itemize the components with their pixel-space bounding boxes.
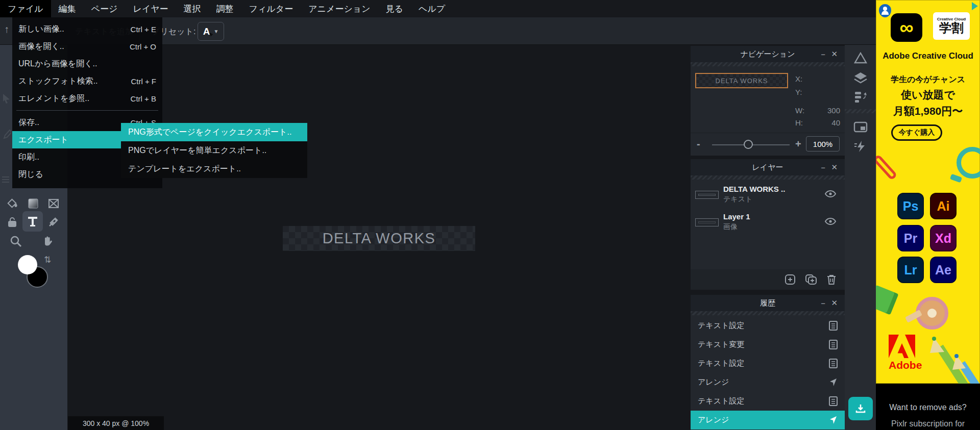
effects-panel-icon[interactable] [845,140,876,153]
submenu-item-export-layers-png[interactable]: PNGでレイヤーを簡単エクスポート.. [121,141,307,160]
layers-panel-icon[interactable] [845,71,876,84]
document-icon [829,359,838,368]
duplicate-layer-icon[interactable] [805,274,817,285]
submenu-item-quick-export-png[interactable]: PNG形式でページをクイックエクスポート.. [121,123,307,141]
layer-type: 画像 [723,222,738,232]
privacy-shield-icon[interactable] [879,4,891,17]
layer-name: DELTA WORKS .. [723,185,785,193]
menu-file[interactable]: ファイル [0,0,51,17]
menu-page[interactable]: ページ [84,0,126,17]
pencils-decoration [876,286,980,384]
ad-brand-text: Adobe Creative Cloud [876,51,980,61]
zoom-level-field[interactable]: 100% [806,136,840,151]
aftereffects-app-icon: Ae [930,257,957,283]
eye-icon[interactable] [824,190,837,198]
history-item[interactable]: テキスト設定 [691,392,845,410]
history-item-active[interactable]: アレンジ [691,411,845,429]
adchoices-icon[interactable] [972,2,978,10]
delete-layer-icon[interactable] [826,274,837,285]
history-panel-icon[interactable] [845,91,876,103]
history-panel: 履歴 − ✕ テキスト設定 テキスト変更 テキスト設定 アレンジ テキスト設定 … [691,295,845,430]
gradient-tool-icon[interactable] [24,195,42,212]
add-layer-icon[interactable] [785,274,796,285]
menu-select[interactable]: 選択 [176,0,209,17]
cursor-icon [829,377,838,387]
pixlr-editor: ファイル 編集 ページ レイヤー 選択 調整 フィルター アニメーション 見る … [0,0,980,430]
menu-item-open-image[interactable]: 画像を開く..Ctrl + O [12,38,162,55]
download-icon [855,403,866,414]
history-item[interactable]: アレンジ [691,373,845,391]
layers-actions-bar [691,269,845,290]
layer-type: テキスト [723,195,752,204]
preview-panel-icon[interactable] [845,121,876,133]
transform-tool-icon[interactable] [45,195,62,212]
eye-icon[interactable] [824,217,837,225]
menu-layer[interactable]: レイヤー [125,0,176,17]
right-icon-strip [845,45,876,430]
minimize-icon[interactable]: − [821,46,825,62]
layer-row-text[interactable]: DELTA WORKS .. テキスト [691,184,845,207]
width-value: W:300 [795,106,840,115]
zoom-out-button[interactable]: - [697,138,700,150]
menu-edit[interactable]: 編集 [51,0,84,17]
menu-item-open-url[interactable]: URLから画像を開く.. [12,55,162,72]
navigation-panel: ナビゲーション − ✕ DELTA WORKS X: Y: W:300 H:40… [691,46,845,156]
navigation-panel-header: ナビゲーション − ✕ [691,46,845,62]
history-item[interactable]: テキスト設定 [691,354,845,372]
hand-tool-icon[interactable] [39,233,56,250]
panel-hatch-divider [691,62,845,66]
document-icon [829,340,838,349]
close-icon[interactable]: ✕ [831,46,838,62]
ad-line1: 学生の今がチャンス [876,74,980,85]
export-submenu: PNG形式でページをクイックエクスポート.. PNGでレイヤーを簡単エクスポート… [121,123,307,178]
brush-tool-icon[interactable] [2,129,11,139]
download-button[interactable] [848,397,873,420]
canvas-text: DELTA WORKS [323,230,436,247]
canvas[interactable]: DELTA WORKS [283,226,475,251]
illustrator-app-icon: Ai [930,193,957,219]
zoom-tool-icon[interactable] [7,233,24,250]
menu-bar: ファイル 編集 ページ レイヤー 選択 調整 フィルター アニメーション 見る … [0,0,876,17]
zoom-slider-thumb[interactable] [744,140,753,149]
magnifier-decoration [957,147,980,179]
navigator-thumb-text: DELTA WORKS [716,77,768,85]
menu-animation[interactable]: アニメーション [301,0,378,17]
layer-row-image[interactable]: Layer 1 画像 [691,211,845,235]
fill-tool-icon[interactable] [4,195,21,212]
eyedropper-tool-icon[interactable] [45,213,62,231]
history-item[interactable]: テキスト変更 [691,335,845,353]
menu-filter[interactable]: フィルター [241,0,301,17]
adobe-ad[interactable]: ∞ Creative Cloud 学割 Adobe Creative Cloud… [876,0,980,384]
layer-thumbnail [695,218,719,226]
cursor-tool-icon[interactable] [2,93,11,104]
up-arrow-icon[interactable]: ↑ [4,23,9,35]
liquify-tool-icon[interactable] [1,175,11,184]
panel-hatch-divider [691,175,845,180]
remove-ads-link[interactable]: Want to remove ads? [876,403,980,412]
menu-help[interactable]: ヘルプ [411,0,453,17]
close-icon[interactable]: ✕ [831,295,838,311]
zoom-slider-track[interactable] [712,144,790,145]
close-icon[interactable]: ✕ [831,159,838,175]
menu-item-stock-search[interactable]: ストックフォト検索..Ctrl + F [12,72,162,90]
lock-tool-icon[interactable] [4,213,21,231]
submenu-item-export-template[interactable]: テンプレートをエクスポート.. [121,160,307,178]
minimize-icon[interactable]: − [821,159,825,175]
menu-item-browse-elements[interactable]: エレメントを参照..Ctrl + B [12,90,162,107]
navigator-panel-icon[interactable] [845,52,876,64]
text-tool-icon[interactable] [22,211,43,232]
menu-view[interactable]: 見る [378,0,411,17]
student-discount-badge: Creative Cloud 学割 [933,12,970,40]
minimize-icon[interactable]: − [821,295,825,311]
history-item[interactable]: テキスト設定 [691,316,845,335]
buy-now-button[interactable]: 今すぐ購入 [891,124,942,141]
menu-item-new-image[interactable]: 新しい画像..Ctrl + E [12,20,162,38]
preset-dropdown[interactable]: A ▼ [198,22,224,41]
y-coordinate: Y: [795,88,840,96]
zoom-in-button[interactable]: + [795,138,801,150]
xd-app-icon: Xd [930,225,957,251]
menu-adjust[interactable]: 調整 [209,0,241,17]
foreground-color-swatch[interactable] [18,255,37,274]
navigator-thumbnail[interactable]: DELTA WORKS [695,73,788,88]
swap-colors-icon[interactable]: ⇄ [42,256,53,263]
